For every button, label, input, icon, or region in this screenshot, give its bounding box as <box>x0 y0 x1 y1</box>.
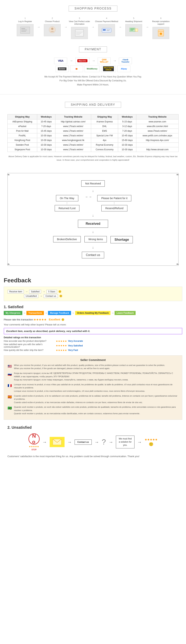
table-row: AliExpress Shipping10-45 dayshttp://glob… <box>8 120 178 124</box>
commitment-text: Когда вы получаете продукт, если вы НЕ У… <box>14 372 178 382</box>
arrow-3: → <box>92 17 94 29</box>
bottom-row-1: Broken/Defective Wrong items Shortage <box>53 236 133 243</box>
contact-box: Contact us <box>44 294 58 298</box>
col-shipping-way-2: Shipping Way <box>91 114 118 120</box>
stop-text: STOP <box>32 448 37 451</box>
receive-item-box: Receive item <box>8 290 24 294</box>
steps-row: 1 Log In Register → 2 Choose Product <box>4 17 182 39</box>
step-2-image <box>44 24 61 36</box>
table-cell: www.17track.net/en/ <box>55 133 91 138</box>
payment-alipay: Alipay <box>117 66 130 72</box>
question-mark-icon: ? <box>102 438 106 446</box>
broken-defective-box: Broken/Defective <box>53 236 81 242</box>
webmoney-text: WebMoney <box>87 68 97 70</box>
svg-rect-18 <box>135 29 138 32</box>
commitment-main: When you receive the product, if you are… <box>14 364 165 367</box>
transactions-btn[interactable]: Transactions <box>27 311 44 315</box>
svg-rect-12 <box>103 29 106 31</box>
satisfied-title: 1. Satisfied <box>4 305 182 309</box>
detail-row-3: How quickly did the seller ship the item… <box>4 349 182 352</box>
step-2-number: 2 <box>52 17 53 19</box>
flowchart-section: ❧ ❧ ❧ ❧ Not Received ↓ On The Way ⋮ Retu… <box>0 166 186 273</box>
arrow-5: → <box>146 17 149 29</box>
shipping-section: SHIPPING AND DELIVERY Shipping Way Weekd… <box>0 98 186 165</box>
commitment-row: 🇧🇷 Quando você receber o produto, se voc… <box>8 406 178 415</box>
payment-note-2: For Big Order You Will Be Offered Extra … <box>8 79 178 83</box>
step-4-number: 4 <box>106 17 107 19</box>
svg-rect-3 <box>21 31 26 32</box>
step-1-number: 1 <box>25 17 26 19</box>
table-cell <box>136 143 178 147</box>
table-cell: www.aramex.com <box>136 120 178 124</box>
orders-awaiting-btn[interactable]: Orders Awaiting My Feedback <box>75 311 111 315</box>
col-weekdays-2: Weekdays <box>118 114 136 120</box>
left-col-1: On The Way ⋮ Returned /Lost <box>55 195 80 212</box>
not-received-box: Not Received <box>81 180 105 187</box>
five-stars-box: 5 Stars <box>47 290 57 294</box>
table-cell: 5-15 days <box>118 120 136 124</box>
email-group <box>50 437 65 447</box>
happy-face-icon: 🙂 <box>149 442 153 446</box>
table-cell: HongKong Post <box>8 138 37 143</box>
table-row: Post Air Mail15-45 dayswww.17track.net/e… <box>8 129 178 133</box>
svg-rect-8 <box>76 32 83 33</box>
detail-label-3: How quickly did the seller ship the item… <box>4 349 56 352</box>
flag-icon: 🇧🇷 <box>8 406 12 411</box>
unsatisfied-flow: Unsatisfied → Contact us 🙁 <box>8 294 178 298</box>
payment-note-1: We Accept All The Payment Methods Above.… <box>8 75 178 79</box>
arrow-down-4: ↓ <box>92 246 94 250</box>
table-cell: 10-30 days <box>118 147 136 152</box>
emoji-happy-fb: 🙂 <box>58 290 61 293</box>
table-cell: Aramex Express <box>91 120 118 124</box>
detail-text-3: Very Fast <box>68 349 78 352</box>
commitment-extra: Lorsque vous recevez le produit, si les … <box>14 390 178 393</box>
detailed-ratings: Detailed ratings on this transaction How… <box>4 336 182 352</box>
arrow-payment-3: → <box>112 59 117 63</box>
commitment-text: When you receive the product, if you are… <box>14 364 165 370</box>
svg-rect-10 <box>76 34 80 35</box>
dashed-down-1: ⋮ <box>66 202 69 205</box>
contact-us-button[interactable]: Contact us <box>75 440 92 445</box>
col-tracking-2: Tracking Website <box>136 114 178 120</box>
satisfied-flow: Receive item → Satisfied → 5 Stars 🙂 <box>8 290 178 294</box>
commitment-text: Quando você receber o produto, se você n… <box>14 406 178 415</box>
table-cell: 10-30 days <box>37 138 55 143</box>
commitment-row: 🇫🇷 Lorsque vous recevez le produit, si v… <box>8 383 178 393</box>
step-3-label: View Cart Perfect order information <box>67 20 92 26</box>
step-6-number: 6 <box>160 17 161 19</box>
alipay-text: Alipay <box>121 68 127 70</box>
satisfied-box: Satisfied <box>29 290 41 294</box>
col-shipping-way-1: Shipping Way <box>8 114 37 120</box>
detail-text-2: Very Satisfied <box>68 344 83 347</box>
table-cell: 10-45 days <box>37 120 55 124</box>
table-cell: 10-30 days <box>37 147 55 152</box>
arrow-down-2: ↓ <box>92 214 94 218</box>
western-text: WESTERNUNION <box>103 66 114 71</box>
middle-row-1: On The Way ⋮ Returned /Lost ←→ Please be… <box>55 195 131 212</box>
detail-stars-3: ★★★★★ <box>56 349 67 352</box>
contact-us-box: Contact us <box>82 252 104 258</box>
step-arr-4: → <box>111 312 114 314</box>
seller-commitment-title: Seller Commitment <box>8 358 178 362</box>
my-aliexpress-btn[interactable]: My Aliexpress <box>4 311 22 315</box>
table-cell: http://www.sinoair.com <box>136 147 178 152</box>
manage-feedback-btn[interactable]: Manage Feedback <box>48 311 71 315</box>
feedback-title: Feedback <box>4 277 182 284</box>
payment-maestro: Maestro <box>75 58 89 64</box>
commitment-main: Cuando usted recibe el producto, si le n… <box>14 394 178 401</box>
unsatisfied-box: Unsatisfied <box>24 294 38 298</box>
seller-commitment-section: Seller Commitment 🇺🇸 When you receive th… <box>4 355 182 420</box>
arrow-2: → <box>64 17 67 29</box>
feedback-flow-box: Receive item → Satisfied → 5 Stars 🙂 Uns… <box>4 286 182 301</box>
leave-feedback-btn[interactable]: Leave Feedback <box>115 311 136 315</box>
rating-stars: ★★★★★ <box>34 318 47 321</box>
shopping-process-title: SHOPPING PROCESS <box>69 6 117 12</box>
detail-stars-1: ★★★★★ <box>56 340 67 342</box>
svg-rect-9 <box>76 33 81 34</box>
table-cell: www.dhl.com/en.html <box>136 124 178 129</box>
payment-webmoney: WebMoney <box>85 66 100 72</box>
payment-visa: VISA <box>54 58 67 64</box>
table-cell: Special Line-YW <box>91 133 118 138</box>
received-row: Received <box>78 220 108 228</box>
ornament-bl: ❧ <box>7 262 10 266</box>
